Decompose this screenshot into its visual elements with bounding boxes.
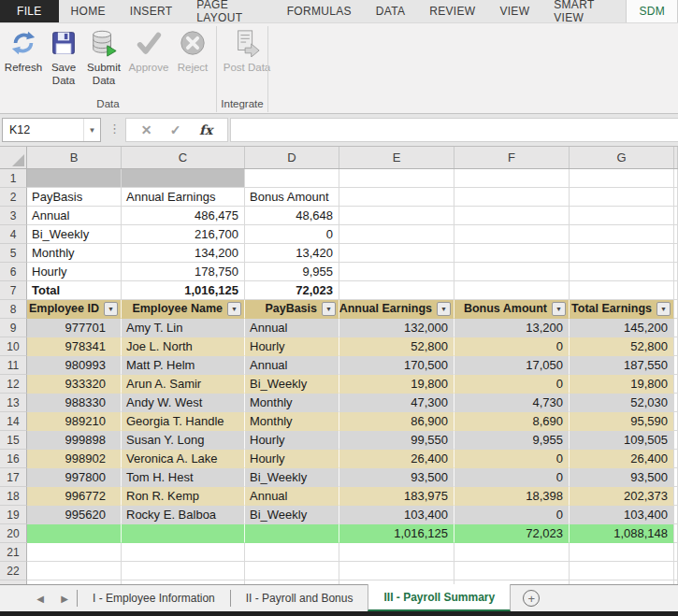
filter-button-employee-id[interactable]: ▼ (104, 302, 118, 316)
cell-F11[interactable]: 17,050 (454, 356, 570, 375)
row-header-5[interactable]: 5 (0, 244, 27, 263)
row-header-10[interactable]: 10 (0, 337, 27, 356)
cell-F21[interactable] (454, 543, 570, 562)
cell-G21[interactable] (570, 543, 674, 562)
row-header-15[interactable]: 15 (0, 431, 27, 450)
save-data-button[interactable]: Save Data (45, 25, 82, 96)
cell-sliver1[interactable] (674, 169, 678, 188)
cell-C22[interactable] (122, 562, 245, 580)
cell-E3[interactable] (339, 207, 454, 225)
cell-C15[interactable]: Susan Y. Long (122, 431, 245, 450)
cell-C19[interactable]: Rocky E. Balboa (122, 506, 245, 524)
ribbon-tab-data[interactable]: DATA (364, 0, 417, 22)
cell-F6[interactable] (454, 263, 570, 281)
ribbon-tab-insert[interactable]: INSERT (118, 0, 185, 22)
row-header-21[interactable]: 21 (0, 543, 27, 562)
cell-D18[interactable]: Annual (245, 487, 339, 506)
cell-C7[interactable]: 1,016,125 (122, 281, 245, 300)
cell-B2[interactable]: PayBasis (27, 188, 122, 207)
cell-sliver15[interactable] (674, 431, 678, 450)
cell-sliver22[interactable] (674, 562, 678, 580)
cell-E5[interactable] (339, 244, 454, 263)
cell-E4[interactable] (339, 225, 454, 244)
cell-D8[interactable]: PayBasis▼ (245, 300, 339, 319)
filter-button-paybasis[interactable]: ▼ (322, 302, 336, 316)
refresh-button[interactable]: Refresh (2, 25, 45, 96)
cell-D17[interactable]: Bi_Weekly (245, 468, 339, 487)
cell-B6[interactable]: Hourly (27, 263, 122, 281)
cell-F13[interactable]: 4,730 (454, 394, 570, 412)
cell-F17[interactable]: 0 (454, 468, 570, 487)
cell-C2[interactable]: Annual Earnings (122, 188, 245, 207)
sheet-nav-left-arrow-icon[interactable]: ◀ (28, 585, 52, 611)
cell-B12[interactable]: 933320 (27, 375, 122, 394)
cell-E17[interactable]: 93,500 (339, 468, 454, 487)
cell-sliver21[interactable] (674, 543, 678, 562)
cell-G11[interactable]: 187,550 (570, 356, 674, 375)
row-header-20[interactable]: 20 (0, 524, 27, 543)
add-sheet-button[interactable]: + (511, 585, 552, 611)
column-header-f[interactable]: F (454, 147, 570, 168)
ribbon-tab-home[interactable]: HOME (59, 0, 118, 22)
row-header-14[interactable]: 14 (0, 412, 27, 431)
cell-D6[interactable]: 9,955 (245, 263, 339, 281)
cell-B3[interactable]: Annual (27, 207, 122, 225)
cell-C4[interactable]: 216,700 (122, 225, 245, 244)
cell-E14[interactable]: 86,900 (339, 412, 454, 431)
cell-D14[interactable]: Monthly (245, 412, 339, 431)
cell-E15[interactable]: 99,550 (339, 431, 454, 450)
cell-G10[interactable]: 52,800 (570, 337, 674, 356)
cell-B7[interactable]: Total (27, 281, 122, 300)
cell-E13[interactable]: 47,300 (339, 394, 454, 412)
cell-G6[interactable] (570, 263, 674, 281)
cell-F20[interactable]: 72,023 (454, 524, 570, 543)
cell-E16[interactable]: 26,400 (339, 450, 454, 468)
cell-B17[interactable]: 997800 (27, 468, 122, 487)
cell-F7[interactable] (454, 281, 570, 300)
cell-D4[interactable]: 0 (245, 225, 339, 244)
insert-function-icon[interactable]: fx (199, 122, 212, 137)
row-header-16[interactable]: 16 (0, 450, 27, 468)
column-header-b[interactable]: B (27, 147, 122, 168)
cell-C1[interactable] (122, 169, 245, 188)
cell-E12[interactable]: 19,800 (339, 375, 454, 394)
cell-D13[interactable]: Monthly (245, 394, 339, 412)
cell-sliver7[interactable] (674, 281, 678, 300)
row-header-13[interactable]: 13 (0, 394, 27, 412)
cell-C13[interactable]: Andy W. West (122, 394, 245, 412)
cell-sliver9[interactable] (674, 319, 678, 337)
cell-F5[interactable] (454, 244, 570, 263)
cell-G19[interactable]: 103,400 (570, 506, 674, 524)
cell-B8[interactable]: Employee ID▼ (27, 300, 122, 319)
cell-B19[interactable]: 995620 (27, 506, 122, 524)
cell-C6[interactable]: 178,750 (122, 263, 245, 281)
cell-sliver14[interactable] (674, 412, 678, 431)
row-header-22[interactable]: 22 (0, 562, 27, 580)
cell-G16[interactable]: 26,400 (570, 450, 674, 468)
cell-F16[interactable]: 0 (454, 450, 570, 468)
cell-D16[interactable]: Hourly (245, 450, 339, 468)
cell-F22[interactable] (454, 562, 570, 580)
cell-B15[interactable]: 999898 (27, 431, 122, 450)
ribbon-tab-smart-view[interactable]: SMART VIEW (541, 0, 626, 22)
cell-B10[interactable]: 978341 (27, 337, 122, 356)
cell-G18[interactable]: 202,373 (570, 487, 674, 506)
cell-D2[interactable]: Bonus Amount (245, 188, 339, 207)
row-header-17[interactable]: 17 (0, 468, 27, 487)
cell-F12[interactable]: 0 (454, 375, 570, 394)
cell-sliver19[interactable] (674, 506, 678, 524)
name-box[interactable]: K12 ▼ (2, 118, 101, 142)
cell-sliver10[interactable] (674, 337, 678, 356)
row-header-2[interactable]: 2 (0, 188, 27, 207)
cell-G2[interactable] (570, 188, 674, 207)
cell-sliver11[interactable] (674, 356, 678, 375)
cell-G4[interactable] (570, 225, 674, 244)
cell-sliver8[interactable] (674, 300, 678, 319)
cell-B9[interactable]: 977701 (27, 319, 122, 337)
row-header-1[interactable]: 1 (0, 169, 27, 188)
column-header-d[interactable]: D (245, 147, 339, 168)
cell-sliver2[interactable] (674, 188, 678, 207)
submit-data-button[interactable]: Submit Data (82, 25, 125, 96)
row-header-11[interactable]: 11 (0, 356, 27, 375)
cell-G3[interactable] (570, 207, 674, 225)
